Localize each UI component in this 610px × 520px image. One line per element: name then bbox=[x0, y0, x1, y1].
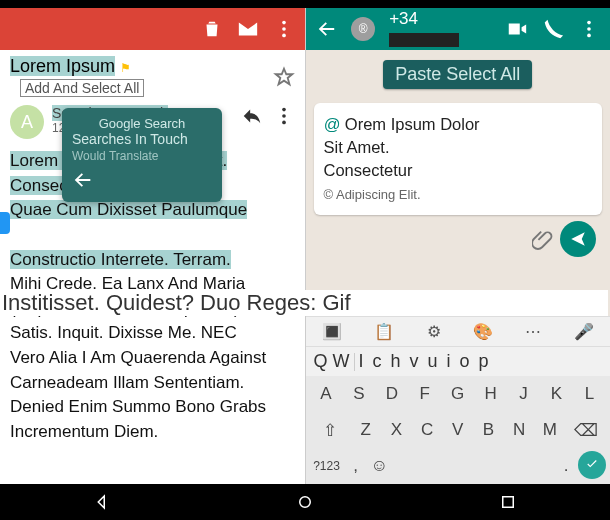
key[interactable]: S bbox=[347, 379, 371, 409]
tooltip-r3: Would Translate bbox=[72, 149, 212, 163]
key[interactable]: N bbox=[507, 415, 531, 445]
contact-name[interactable]: +34 bbox=[389, 9, 492, 49]
backspace-key[interactable]: ⌫ bbox=[569, 415, 603, 445]
tooltip-r1: Google Search bbox=[72, 116, 212, 131]
back-icon[interactable] bbox=[316, 18, 338, 40]
suggestion-row: Q W I c h v u i o p bbox=[306, 346, 611, 376]
selection-overlay: Institisset. Quidest? Duo Reges: Gif bbox=[2, 290, 608, 316]
svg-point-6 bbox=[587, 21, 591, 25]
nav-back[interactable] bbox=[93, 493, 111, 511]
attach-icon[interactable] bbox=[532, 228, 554, 250]
key[interactable]: X bbox=[384, 415, 408, 445]
translate-tooltip[interactable]: Google Search Searches In Touch Would Tr… bbox=[62, 108, 222, 202]
delete-icon[interactable] bbox=[201, 18, 223, 40]
keyboard[interactable]: ASDFGHJKL ⇧ ZXCVBNM ⌫ ?123 , ☺ . bbox=[306, 376, 611, 484]
gmail-pane: Lorem Ipsum ⚑ Add And Select All A Searc… bbox=[0, 8, 306, 484]
back-icon[interactable] bbox=[72, 169, 94, 191]
svg-point-3 bbox=[282, 108, 286, 112]
key[interactable]: F bbox=[413, 379, 437, 409]
more-icon[interactable] bbox=[273, 18, 295, 40]
key[interactable]: H bbox=[479, 379, 503, 409]
key[interactable]: G bbox=[446, 379, 470, 409]
reply-icon[interactable] bbox=[241, 105, 263, 127]
android-navbar bbox=[0, 484, 610, 520]
title-chip: Lorem Ipsum bbox=[10, 56, 115, 76]
whatsapp-pane: ® +34 Paste Select All @ Orem Ipsum Dolo… bbox=[306, 8, 611, 484]
svg-point-2 bbox=[282, 34, 286, 38]
keyboard-toolbar: 🔳 📋 ⚙ 🎨 ⋯ 🎤 bbox=[306, 316, 611, 346]
svg-point-5 bbox=[282, 121, 286, 125]
send-button[interactable] bbox=[560, 221, 596, 257]
call-icon[interactable] bbox=[542, 18, 564, 40]
key[interactable]: K bbox=[545, 379, 569, 409]
flag-icon: ⚑ bbox=[120, 61, 131, 75]
sugg-1[interactable]: Q W bbox=[314, 351, 350, 372]
svg-rect-10 bbox=[503, 497, 514, 508]
mic-icon[interactable]: 🎤 bbox=[574, 322, 594, 341]
contact-avatar[interactable]: ® bbox=[351, 17, 375, 41]
comma-key[interactable]: , bbox=[344, 451, 368, 481]
enter-key[interactable] bbox=[578, 451, 606, 479]
star-icon[interactable] bbox=[273, 66, 295, 88]
gif-icon[interactable]: 🔳 bbox=[322, 322, 342, 341]
selection-handle[interactable] bbox=[0, 212, 10, 234]
svg-point-1 bbox=[282, 27, 286, 31]
period-key[interactable]: . bbox=[554, 451, 578, 481]
palette-icon[interactable]: 🎨 bbox=[473, 322, 493, 341]
svg-point-0 bbox=[282, 21, 286, 25]
shift-key[interactable]: ⇧ bbox=[313, 415, 347, 445]
key[interactable]: L bbox=[577, 379, 601, 409]
sugg-2[interactable]: I c h v u i o p bbox=[359, 351, 491, 372]
gmail-header bbox=[0, 8, 305, 50]
wa-chat-body: Paste Select All @ Orem Ipsum Dolor Sit … bbox=[306, 50, 611, 316]
more-icon[interactable]: ⋯ bbox=[525, 322, 541, 341]
key[interactable]: V bbox=[446, 415, 470, 445]
svg-point-7 bbox=[587, 27, 591, 31]
svg-point-8 bbox=[587, 34, 591, 38]
composer-row bbox=[314, 215, 603, 257]
msg-more-icon[interactable] bbox=[273, 105, 295, 127]
tooltip-r2: Searches In Touch bbox=[72, 131, 212, 147]
svg-point-4 bbox=[282, 114, 286, 118]
video-icon[interactable] bbox=[506, 18, 528, 40]
key[interactable]: M bbox=[538, 415, 562, 445]
sender-avatar[interactable]: A bbox=[10, 105, 44, 139]
key[interactable]: D bbox=[380, 379, 404, 409]
key[interactable]: J bbox=[512, 379, 536, 409]
wa-header: ® +34 bbox=[306, 8, 611, 50]
mail-icon[interactable] bbox=[237, 18, 259, 40]
key[interactable]: Z bbox=[354, 415, 378, 445]
key[interactable]: B bbox=[476, 415, 500, 445]
context-menu-add[interactable]: Add And Select All bbox=[20, 79, 144, 97]
message-input[interactable]: @ Orem Ipsum Dolor Sit Amet. Consectetur… bbox=[314, 103, 603, 215]
clipboard-icon[interactable]: 📋 bbox=[374, 322, 394, 341]
svg-point-9 bbox=[300, 497, 311, 508]
emoji-key[interactable]: ☺ bbox=[368, 451, 392, 481]
settings-icon[interactable]: ⚙ bbox=[427, 322, 441, 341]
key[interactable]: C bbox=[415, 415, 439, 445]
email-title-row: Lorem Ipsum ⚑ Add And Select All bbox=[0, 50, 305, 99]
space-key[interactable] bbox=[398, 451, 549, 479]
nav-recents[interactable] bbox=[499, 493, 517, 511]
more-icon[interactable] bbox=[578, 18, 600, 40]
key[interactable]: A bbox=[314, 379, 338, 409]
paste-menu[interactable]: Paste Select All bbox=[383, 60, 532, 89]
nav-home[interactable] bbox=[296, 493, 314, 511]
symbols-key[interactable]: ?123 bbox=[310, 451, 344, 481]
